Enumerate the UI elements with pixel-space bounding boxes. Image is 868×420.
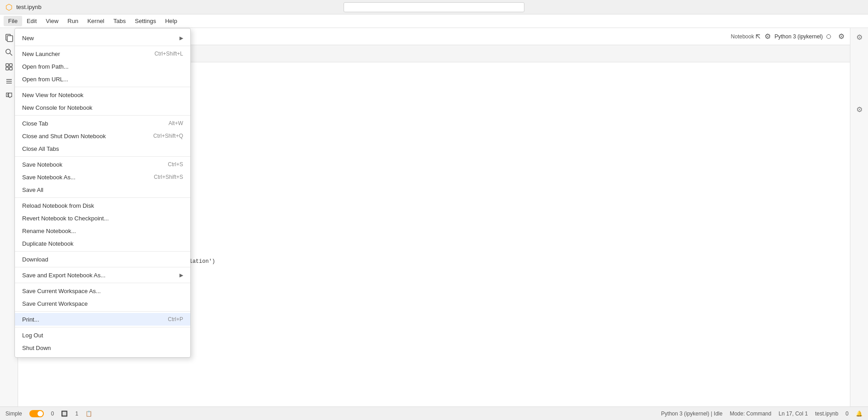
sidebar-icon-extensions[interactable] [3,61,15,73]
menu-section-save: Save Notebook Ctrl+S Save Notebook As...… [15,157,190,198]
status-errors: 0 [845,411,849,417]
kernel-label: Python 3 (ipykernel) [774,33,823,40]
sidebar-icon-files[interactable] [3,32,15,44]
close-tab-label: Close Tab [22,120,48,127]
svg-rect-4 [6,64,9,66]
menu-section-views: New View for Notebook New Console for No… [15,87,190,116]
save-notebook-label: Save Notebook [22,161,62,168]
menu-item-save-workspace[interactable]: Save Current Workspace [15,297,190,310]
menu-item-new-view[interactable]: New View for Notebook [15,89,190,101]
shutdown-label: Shut Down [22,345,51,351]
open-url-label: Open from URL... [22,76,68,83]
menu-item-open-url[interactable]: Open from URL... [15,73,190,85]
mode-display: Mode: Command [730,411,771,417]
menu-help[interactable]: Help [160,16,182,26]
menu-item-save-all[interactable]: Save All [15,183,190,196]
titlebar: ⬡ test.ipynb [0,0,868,14]
menu-file[interactable]: File [4,16,22,26]
error-count: 0 [51,411,54,417]
new-view-label: New View for Notebook [22,92,84,98]
menu-view[interactable]: View [41,16,63,26]
kernel-status-label: Python 3 (ipykernel) | Idle [661,411,722,417]
menu-item-save-export[interactable]: Save and Export Notebook As... ▶ [15,269,190,281]
menu-item-new-label: New [22,35,34,42]
print-shortcut: Ctrl+P [168,316,183,322]
kernel-status-circle [826,34,831,39]
svg-rect-6 [6,67,9,70]
menu-item-close-tab[interactable]: Close Tab Alt+W [15,117,190,130]
save-all-label: Save All [22,187,43,193]
status-icon-3: 📋 [85,411,92,417]
notebook-label[interactable]: Notebook [731,33,761,40]
menu-item-open-path[interactable]: Open from Path... [15,60,190,73]
menu-run[interactable]: Run [63,16,83,26]
svg-rect-1 [7,36,13,42]
menu-item-new[interactable]: New ▶ [15,32,190,44]
menu-section-download: Download [15,252,190,267]
close-shutdown-shortcut: Ctrl+Shift+Q [153,133,183,139]
right-sidebar: ⚙ ⚙ [850,28,868,406]
statusbar: Simple 0 🔲 1 📋 Python 3 (ipykernel) | Id… [0,406,868,420]
menu-kernel[interactable]: Kernel [83,16,109,26]
save-workspace-label: Save Current Workspace [22,300,88,307]
menu-item-download[interactable]: Download [15,253,190,266]
menu-item-new-launcher[interactable]: New Launcher Ctrl+Shift+L [15,47,190,60]
right-settings-icon[interactable]: ⚙ [838,32,844,41]
menu-item-shutdown[interactable]: Shut Down [15,341,190,354]
menu-item-save-workspace-as[interactable]: Save Current Workspace As... [15,285,190,297]
menu-section-export: Save and Export Notebook As... ▶ [15,267,190,283]
svg-line-3 [10,53,12,56]
menu-item-rename[interactable]: Rename Notebook... [15,224,190,237]
print-label: Print... [22,316,39,323]
sidebar-icon-puzzle[interactable] [3,89,15,102]
status-filename: test.ipynb [815,411,838,417]
duplicate-label: Duplicate Notebook [22,240,73,247]
menu-item-logout[interactable]: Log Out [15,329,190,341]
svg-rect-7 [9,67,12,70]
svg-rect-5 [9,64,12,66]
right-sidebar-icon-1[interactable]: ⚙ [854,32,865,42]
new-console-label: New Console for Notebook [22,104,92,111]
titlebar-search[interactable] [344,2,524,12]
menu-item-reload[interactable]: Reload Notebook from Disk [15,199,190,212]
menu-item-duplicate[interactable]: Duplicate Notebook [15,237,190,250]
menu-item-revert[interactable]: Revert Notebook to Checkpoint... [15,212,190,224]
save-export-label: Save and Export Notebook As... [22,272,105,279]
menu-section-print: Print... Ctrl+P [15,312,190,327]
sidebar-icon-toc[interactable] [3,75,15,88]
titlebar-title: test.ipynb [16,4,42,10]
menu-item-save-notebook[interactable]: Save Notebook Ctrl+S [15,158,190,171]
save-notebook-as-label: Save Notebook As... [22,174,75,181]
menu-section-workspace: Save Current Workspace As... Save Curren… [15,283,190,312]
menu-section-close: Close Tab Alt+W Close and Shut Down Note… [15,116,190,157]
svg-point-2 [6,49,10,54]
menu-item-save-notebook-as[interactable]: Save Notebook As... Ctrl+Shift+S [15,171,190,183]
menu-item-print[interactable]: Print... Ctrl+P [15,313,190,326]
save-notebook-as-shortcut: Ctrl+Shift+S [154,174,183,180]
app-logo: ⬡ [5,2,13,12]
menu-edit[interactable]: Edit [22,16,41,26]
menu-item-new-arrow: ▶ [179,35,183,41]
menu-item-close-all[interactable]: Close All Tabs [15,142,190,155]
right-sidebar-icon-2[interactable]: ⚙ [854,104,865,115]
menu-section-shutdown: Log Out Shut Down [15,327,190,355]
save-workspace-as-label: Save Current Workspace As... [22,288,101,294]
menu-item-close-shutdown[interactable]: Close and Shut Down Notebook Ctrl+Shift+… [15,130,190,142]
menu-settings[interactable]: Settings [130,16,160,26]
menubar: File Edit View Run Kernel Tabs Settings … [0,14,868,28]
new-launcher-label: New Launcher [22,51,60,57]
menu-section-new: New ▶ [15,30,190,46]
sidebar-icon-search[interactable] [3,46,15,59]
open-path-label: Open from Path... [22,63,69,70]
simple-mode-toggle[interactable] [29,410,44,417]
settings-icon[interactable]: ⚙ [764,32,771,41]
menu-tabs[interactable]: Tabs [109,16,130,26]
save-notebook-shortcut: Ctrl+S [168,161,183,168]
new-launcher-shortcut: Ctrl+Shift+L [155,51,183,57]
download-label: Download [22,256,48,263]
menu-section-open: New Launcher Ctrl+Shift+L Open from Path… [15,46,190,87]
revert-label: Revert Notebook to Checkpoint... [22,215,109,222]
menu-section-reload: Reload Notebook from Disk Revert Noteboo… [15,198,190,252]
bell-icon: 🔔 [856,411,863,417]
menu-item-new-console[interactable]: New Console for Notebook [15,101,190,114]
